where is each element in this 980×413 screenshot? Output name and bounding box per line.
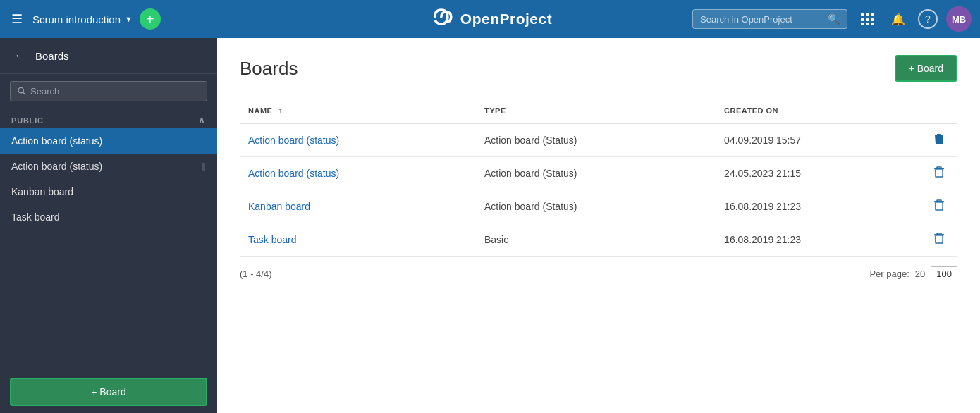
board-name-cell: Action board (status) [240, 157, 476, 190]
boards-table: NAME ↑ TYPE CREATED ON Action board (sta… [240, 99, 957, 257]
sidebar-search-icon [18, 87, 26, 96]
search-icon: 🔍 [828, 13, 840, 25]
per-page-section: Per page: 20 100 [869, 266, 957, 281]
board-type-cell: Action board (Status) [476, 190, 716, 223]
col-name-header: NAME ↑ [240, 99, 476, 123]
sidebar-item-kanban-board[interactable]: Kanban board [0, 179, 217, 204]
svg-rect-16 [937, 200, 941, 202]
logo-icon [428, 6, 455, 32]
sidebar-header: ← Boards [0, 38, 217, 74]
pagination-info: (1 - 4/4) [240, 269, 272, 279]
sidebar-item-action-board-1[interactable]: Action board (status) [0, 128, 217, 154]
board-actions-cell [921, 190, 957, 223]
table-row: Task board Basic 16.08.2019 21:23 [240, 223, 957, 257]
board-created-cell: 24.05.2023 21:15 [716, 157, 921, 190]
svg-point-9 [18, 87, 23, 92]
svg-rect-3 [861, 18, 864, 21]
col-created-header: CREATED ON [716, 99, 921, 123]
svg-rect-13 [937, 167, 941, 168]
main-add-board-button[interactable]: + Board [895, 55, 957, 82]
board-created-cell: 16.08.2019 21:23 [716, 190, 921, 223]
board-actions-cell [921, 223, 957, 257]
table-row: Action board (status) Action board (Stat… [240, 157, 957, 190]
sidebar-item-task-board[interactable]: Task board [0, 204, 217, 230]
hamburger-menu-icon[interactable]: ☰ [8, 8, 25, 30]
svg-rect-4 [866, 18, 869, 21]
help-question-icon[interactable]: ? [918, 9, 938, 29]
board-created-cell: 04.09.2019 15:57 [716, 123, 921, 157]
board-name-cell: Task board [240, 223, 476, 257]
delete-icon[interactable] [929, 134, 949, 149]
board-link[interactable]: Task board [248, 234, 296, 245]
svg-rect-8 [871, 23, 874, 25]
user-avatar[interactable]: MB [946, 6, 972, 32]
modules-grid-icon[interactable] [856, 8, 878, 30]
main-content: Boards + Board NAME ↑ TYPE CREATED ON [217, 38, 980, 413]
global-search-input[interactable] [700, 14, 823, 25]
table-body: Action board (status) Action board (Stat… [240, 123, 957, 257]
board-actions-cell [921, 123, 957, 157]
sidebar-item-label: Action board (status) [11, 161, 102, 172]
svg-rect-6 [861, 23, 864, 25]
sidebar: ← Boards PUBLIC ∧ Action board (status) … [0, 38, 217, 413]
svg-rect-1 [866, 13, 869, 16]
board-actions-cell [921, 157, 957, 190]
project-selector[interactable]: Scrum introduction ▼ [32, 13, 133, 25]
sidebar-add-board-button[interactable]: + Board [10, 378, 207, 406]
table-row: Action board (status) Action board (Stat… [240, 123, 957, 157]
svg-rect-19 [937, 233, 941, 235]
table-row: Kanban board Action board (Status) 16.08… [240, 190, 957, 223]
sidebar-section-collapse-icon[interactable]: ∧ [198, 115, 206, 125]
global-search-box[interactable]: 🔍 [692, 9, 847, 29]
sidebar-item-action-board-2[interactable]: Action board (status) ‖ [0, 154, 217, 179]
sidebar-public-section-header: PUBLIC ∧ [0, 109, 217, 128]
per-page-option-20[interactable]: 20 [915, 269, 925, 279]
board-created-cell: 16.08.2019 21:23 [716, 223, 921, 257]
sidebar-search-box[interactable] [10, 81, 207, 101]
top-nav: ☰ Scrum introduction ▼ + OpenProject 🔍 🔔… [0, 0, 980, 38]
sidebar-search-area [0, 74, 217, 109]
global-add-button[interactable]: + [140, 8, 161, 30]
main-header: Boards + Board [240, 55, 957, 82]
sidebar-item-label: Action board (status) [11, 135, 102, 147]
sidebar-back-button[interactable]: ← [11, 48, 28, 63]
table-footer: (1 - 4/4) Per page: 20 100 [240, 266, 957, 281]
sidebar-search-input[interactable] [30, 86, 200, 97]
sidebar-item-label: Task board [11, 211, 59, 223]
board-type-cell: Basic [476, 223, 716, 257]
svg-line-10 [23, 92, 25, 94]
per-page-label: Per page: [869, 269, 909, 279]
board-type-cell: Action board (Status) [476, 123, 716, 157]
delete-icon[interactable] [929, 200, 949, 215]
board-link[interactable]: Kanban board [248, 201, 310, 212]
app-logo: OpenProject [428, 6, 552, 32]
nav-right-section: 🔍 🔔 ? MB [692, 6, 972, 32]
sort-icon[interactable]: ↑ [278, 106, 283, 116]
sidebar-section-label: PUBLIC [11, 116, 44, 125]
page-title: Boards [240, 58, 298, 80]
svg-rect-11 [936, 169, 943, 177]
project-name-label: Scrum introduction [32, 13, 121, 25]
sidebar-title: Boards [35, 50, 69, 62]
per-page-option-100[interactable]: 100 [931, 266, 957, 281]
table-header: NAME ↑ TYPE CREATED ON [240, 99, 957, 123]
board-name-cell: Kanban board [240, 190, 476, 223]
main-layout: ← Boards PUBLIC ∧ Action board (status) … [0, 38, 980, 413]
svg-rect-0 [861, 13, 864, 16]
svg-rect-17 [936, 235, 943, 243]
project-dropdown-arrow-icon: ▼ [125, 15, 133, 23]
board-link[interactable]: Action board (status) [248, 135, 339, 146]
board-name-cell: Action board (status) [240, 123, 476, 157]
col-actions-header [921, 99, 957, 123]
delete-icon[interactable] [929, 167, 949, 182]
board-type-cell: Action board (Status) [476, 157, 716, 190]
drag-handle-icon: ‖ [202, 161, 206, 171]
svg-rect-2 [871, 13, 874, 16]
delete-icon[interactable] [929, 233, 949, 248]
app-title: OpenProject [460, 11, 552, 27]
svg-rect-14 [936, 202, 943, 210]
col-type-header: TYPE [476, 99, 716, 123]
board-link[interactable]: Action board (status) [248, 168, 339, 179]
svg-rect-5 [871, 18, 874, 21]
notifications-bell-icon[interactable]: 🔔 [887, 8, 909, 30]
